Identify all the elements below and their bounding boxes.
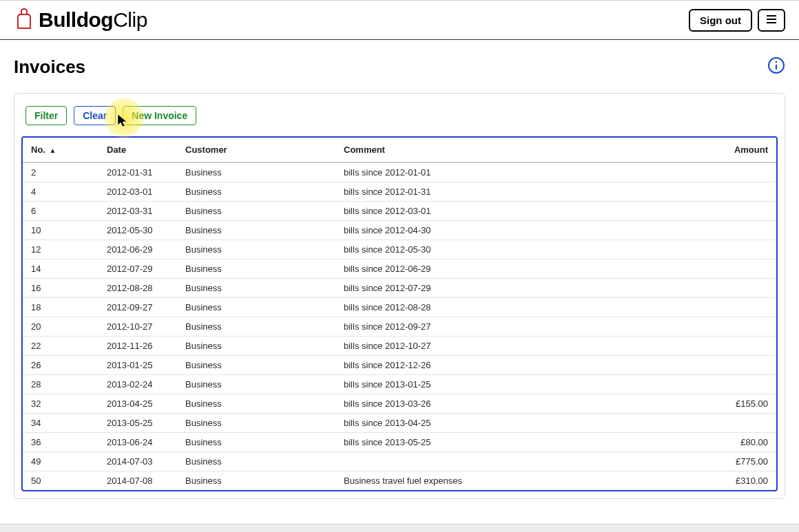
cell-customer: Business <box>177 298 335 317</box>
table-row[interactable]: 182012-09-27Businessbills since 2012-08-… <box>23 298 776 317</box>
cell-amount <box>694 298 776 317</box>
cell-date: 2012-07-29 <box>98 259 177 279</box>
cell-amount: £80.00 <box>694 433 776 452</box>
cell-amount <box>694 375 776 394</box>
table-row[interactable]: 262013-01-25Businessbills since 2012-12-… <box>23 356 776 375</box>
cell-date: 2012-09-27 <box>98 298 177 317</box>
cell-no: 6 <box>23 202 98 221</box>
table-row[interactable]: 322013-04-25Businessbills since 2013-03-… <box>23 394 776 414</box>
table-row[interactable]: 202012-10-27Businessbills since 2012-09-… <box>23 317 776 337</box>
cell-amount <box>694 356 776 375</box>
cell-date: 2012-03-31 <box>98 202 177 221</box>
cell-customer: Business <box>177 162 335 182</box>
cell-date: 2013-04-25 <box>98 394 177 414</box>
cell-no: 12 <box>23 240 98 259</box>
cell-amount <box>694 182 776 202</box>
cell-date: 2012-01-31 <box>98 162 177 182</box>
cell-comment: bills since 2013-03-26 <box>335 394 694 414</box>
cell-customer: Business <box>177 414 335 433</box>
table-row[interactable]: 502014-07-08BusinessBusiness travel fuel… <box>23 471 776 491</box>
table-row[interactable]: 492014-07-03Business£775.00 <box>23 452 776 471</box>
svg-rect-3 <box>767 22 776 23</box>
cell-date: 2013-06-24 <box>98 433 177 452</box>
cell-date: 2013-02-24 <box>98 375 177 394</box>
app-name: BulldogClip <box>39 8 147 32</box>
invoices-panel: Filter Clear New Invoice No. ▲ Date Cust… <box>14 93 785 499</box>
cell-no: 36 <box>23 433 98 452</box>
cell-no: 10 <box>23 221 98 240</box>
table-row[interactable]: 42012-03-01Businessbills since 2012-01-3… <box>23 182 776 202</box>
col-header-customer[interactable]: Customer <box>177 138 335 162</box>
svg-rect-2 <box>767 19 776 20</box>
table-row[interactable]: 62012-03-31Businessbills since 2012-03-0… <box>23 202 776 221</box>
clear-button[interactable]: Clear <box>74 106 116 125</box>
cell-customer: Business <box>177 259 335 279</box>
table-row[interactable]: 102012-05-30Businessbills since 2012-04-… <box>23 221 776 240</box>
table-row[interactable]: 162012-08-28Businessbills since 2012-07-… <box>23 279 776 298</box>
cell-comment: bills since 2012-01-31 <box>335 182 694 202</box>
new-invoice-button[interactable]: New Invoice <box>123 106 196 125</box>
cell-amount <box>694 279 776 298</box>
cell-comment: bills since 2012-07-29 <box>335 279 694 298</box>
table-row[interactable]: 342013-05-25Businessbills since 2013-04-… <box>23 414 776 433</box>
filter-button[interactable]: Filter <box>25 106 67 125</box>
col-header-amount[interactable]: Amount <box>694 138 776 162</box>
table-row[interactable]: 282013-02-24Businessbills since 2013-01-… <box>23 375 776 394</box>
col-header-no[interactable]: No. ▲ <box>23 138 98 162</box>
cell-date: 2014-07-03 <box>98 452 177 471</box>
cell-customer: Business <box>177 279 335 298</box>
cell-amount <box>694 240 776 259</box>
signout-button[interactable]: Sign out <box>689 9 752 32</box>
cell-customer: Business <box>177 317 335 337</box>
toolbar: Filter Clear New Invoice <box>14 106 785 132</box>
cell-date: 2012-06-29 <box>98 240 177 259</box>
cell-comment: bills since 2012-12-26 <box>335 356 694 375</box>
cell-customer: Business <box>177 202 335 221</box>
cell-no: 34 <box>23 414 98 433</box>
menu-icon <box>766 14 777 26</box>
cell-comment: Business travel fuel expenses <box>335 471 694 491</box>
cell-no: 26 <box>23 356 98 375</box>
cell-no: 18 <box>23 298 98 317</box>
cell-customer: Business <box>177 375 335 394</box>
cell-date: 2012-03-01 <box>98 182 177 202</box>
cell-amount: £155.00 <box>694 394 776 414</box>
cell-customer: Business <box>177 471 335 491</box>
table-row[interactable]: 122012-06-29Businessbills since 2012-05-… <box>23 240 776 259</box>
bulldog-clip-icon <box>14 8 34 32</box>
topbar-actions: Sign out <box>689 9 785 32</box>
cell-customer: Business <box>177 221 335 240</box>
table-row[interactable]: 22012-01-31Businessbills since 2012-01-0… <box>23 162 776 182</box>
sort-asc-icon: ▲ <box>50 147 56 154</box>
cell-no: 32 <box>23 394 98 414</box>
table-row[interactable]: 362013-06-24Businessbills since 2013-05-… <box>23 433 776 452</box>
invoices-table-wrap: No. ▲ Date Customer Comment Amount 22012… <box>21 136 778 491</box>
cell-customer: Business <box>177 240 335 259</box>
cell-comment <box>335 452 694 471</box>
cell-date: 2013-05-25 <box>98 414 177 433</box>
cell-comment: bills since 2012-06-29 <box>335 259 694 279</box>
menu-button[interactable] <box>758 9 785 32</box>
col-header-date[interactable]: Date <box>98 138 177 162</box>
col-header-no-label: No. <box>31 145 45 155</box>
cell-amount <box>694 414 776 433</box>
cell-customer: Business <box>177 433 335 452</box>
cell-amount: £775.00 <box>694 452 776 471</box>
cell-no: 49 <box>23 452 98 471</box>
svg-rect-1 <box>767 15 776 17</box>
cell-comment: bills since 2012-01-01 <box>335 162 694 182</box>
app-logo[interactable]: BulldogClip <box>14 8 147 32</box>
invoices-table: No. ▲ Date Customer Comment Amount 22012… <box>23 138 776 490</box>
cell-amount <box>694 337 776 356</box>
table-header-row: No. ▲ Date Customer Comment Amount <box>23 138 776 162</box>
table-row[interactable]: 222012-11-26Businessbills since 2012-10-… <box>23 337 776 356</box>
col-header-comment[interactable]: Comment <box>335 138 694 162</box>
info-icon[interactable] <box>767 56 785 77</box>
cell-date: 2014-07-08 <box>98 471 177 491</box>
cell-customer: Business <box>177 394 335 414</box>
cell-date: 2013-01-25 <box>98 356 177 375</box>
svg-point-5 <box>776 61 777 63</box>
cell-amount <box>694 162 776 182</box>
cell-no: 28 <box>23 375 98 394</box>
table-row[interactable]: 142012-07-29Businessbills since 2012-06-… <box>23 259 776 279</box>
